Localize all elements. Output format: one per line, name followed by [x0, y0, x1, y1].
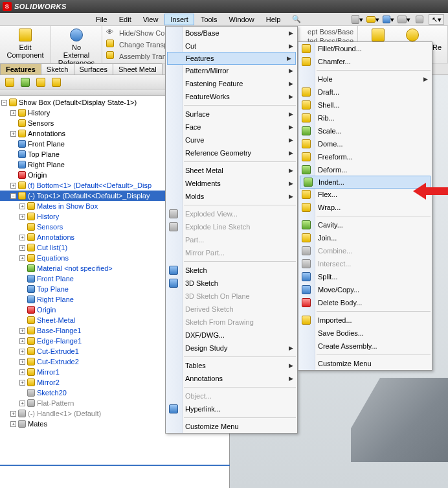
insert-menu-item[interactable]: Design Study▶ — [166, 342, 297, 354]
features-submenu-item[interactable]: Deform... — [298, 163, 432, 176]
features-submenu-item[interactable]: Customize Menu — [298, 357, 432, 370]
insert-menu-item[interactable]: FeatureWorks▶ — [166, 90, 297, 103]
expander-icon[interactable]: + — [19, 235, 25, 240]
expander-icon[interactable]: + — [10, 110, 16, 116]
tree-item-icon — [27, 316, 36, 325]
insert-menu-item[interactable]: Pattern/Mirror▶ — [166, 64, 297, 77]
features-submenu-item[interactable]: Flex... — [298, 188, 432, 201]
insert-menu-item[interactable]: Annotations▶ — [166, 372, 297, 385]
insert-menu-item[interactable]: Features▶ — [167, 52, 296, 65]
expander-icon[interactable]: + — [19, 380, 25, 386]
insert-menu-item[interactable]: Tables▶ — [166, 359, 297, 372]
tree-item-icon — [27, 347, 36, 356]
expander-icon[interactable]: + — [19, 401, 25, 406]
search-icon[interactable]: 🔍 — [287, 14, 306, 25]
features-submenu-item[interactable]: Hole▶ — [298, 73, 432, 86]
features-submenu-item[interactable]: Shell... — [298, 99, 432, 111]
features-submenu-item[interactable]: Draft... — [298, 86, 432, 99]
insert-menu-item[interactable]: Hyperlink... — [166, 402, 297, 415]
hide-show-button[interactable]: 👁Hide/Show Comp — [106, 27, 175, 39]
menu-view[interactable]: View — [138, 14, 164, 25]
expander-icon[interactable]: + — [19, 255, 25, 261]
tab-sketch[interactable]: Sketch — [41, 64, 74, 75]
new-doc-icon[interactable]: ▾ — [351, 14, 364, 25]
insert-menu-item[interactable]: Molds▶ — [166, 190, 297, 203]
change-transparency-button[interactable]: Change Transpar — [106, 39, 174, 51]
no-ext-refs-button[interactable]: No External References — [55, 27, 98, 68]
expander-icon[interactable]: + — [19, 359, 25, 365]
features-submenu-item[interactable]: Dome... — [298, 137, 432, 150]
tree-tool-other-icon[interactable] — [49, 76, 63, 88]
expander-icon[interactable]: + — [19, 338, 25, 344]
insert-menu-item[interactable]: Surface▶ — [166, 108, 297, 121]
insert-menu-item[interactable]: Face▶ — [166, 121, 297, 134]
menu-help[interactable]: Help — [261, 14, 286, 25]
features-submenu-item[interactable]: Imported... — [298, 314, 432, 327]
tab-features[interactable]: Features — [0, 64, 41, 75]
insert-menu-item[interactable]: Curve▶ — [166, 134, 297, 146]
expander-icon[interactable]: − — [1, 100, 7, 106]
expander-icon[interactable]: + — [19, 245, 25, 251]
expander-icon[interactable]: + — [19, 214, 25, 220]
menu-item-label: Sketch From Drawing — [185, 318, 254, 326]
tree-tool-assembly-icon[interactable] — [3, 76, 17, 88]
menu-edit[interactable]: Edit — [114, 14, 137, 25]
features-submenu-item[interactable]: Fillet/Round... — [298, 42, 432, 55]
menu-tools[interactable]: Tools — [196, 14, 223, 25]
save-icon[interactable]: ▾ — [382, 14, 395, 25]
features-submenu-item[interactable]: Move/Copy... — [298, 283, 432, 296]
expander-icon[interactable]: + — [10, 411, 16, 417]
insert-menu-item[interactable]: Sheet Metal▶ — [166, 164, 297, 177]
features-submenu-item[interactable]: Rib... — [298, 111, 432, 124]
edit-component-button[interactable]: Edit Component — [4, 27, 47, 60]
swept-boss-button[interactable]: ept Boss/Base — [308, 27, 353, 36]
insert-menu-item[interactable]: Cut▶ — [166, 40, 297, 52]
expander-icon[interactable]: − — [10, 193, 16, 199]
select-icon[interactable]: ↖▾ — [429, 14, 444, 25]
features-submenu-item[interactable]: Indent... — [300, 176, 431, 189]
expander-icon[interactable]: + — [10, 131, 16, 137]
features-submenu-item[interactable]: Chamfer... — [298, 55, 432, 68]
tab-surfaces[interactable]: Surfaces — [74, 64, 113, 75]
options-icon[interactable] — [413, 14, 426, 25]
open-icon[interactable]: ▾ — [366, 14, 379, 25]
insert-menu-item[interactable]: Sketch — [166, 264, 297, 277]
menu-item-icon — [301, 233, 311, 243]
features-submenu-item[interactable]: Join... — [298, 231, 432, 244]
insert-menu-item[interactable]: Weldments▶ — [166, 177, 297, 190]
features-submenu-item[interactable]: Cavity... — [298, 218, 432, 231]
tree-item-label: Sensors — [28, 119, 54, 127]
expander-icon[interactable]: + — [19, 349, 25, 354]
insert-menu-item[interactable]: 3D Sketch — [166, 277, 297, 290]
features-submenu-item[interactable]: Delete Body... — [298, 296, 432, 309]
features-submenu-item[interactable]: Split... — [298, 270, 432, 283]
insert-menu-item[interactable]: DXF/DWG... — [166, 329, 297, 342]
tree-tool-display-icon[interactable] — [34, 76, 48, 88]
features-submenu-item[interactable]: Save Bodies... — [298, 327, 432, 340]
menu-window[interactable]: Window — [224, 14, 260, 25]
tab-sheet-metal[interactable]: Sheet Metal — [113, 64, 162, 75]
insert-menu-item[interactable]: Customize Menu — [166, 420, 297, 433]
print-icon[interactable]: ▾ — [398, 14, 410, 25]
insert-menu-item[interactable]: Reference Geometry▶ — [166, 146, 297, 159]
menu-insert[interactable]: Insert — [164, 14, 194, 25]
tree-item-icon — [17, 119, 27, 128]
expander-icon[interactable]: + — [19, 203, 25, 209]
menu-item-icon — [301, 246, 311, 256]
features-submenu-item[interactable]: Freeform... — [298, 150, 432, 163]
tree-item-label: Right Plane — [37, 296, 74, 303]
expander-icon[interactable]: + — [10, 421, 16, 427]
re-button[interactable]: Re — [431, 27, 443, 52]
expander-icon[interactable]: + — [10, 183, 16, 189]
expander-icon[interactable]: + — [19, 369, 25, 375]
features-submenu-item[interactable]: Create Assembly... — [298, 340, 432, 353]
expander-icon[interactable]: + — [19, 328, 25, 334]
menu-file[interactable]: File — [91, 14, 113, 25]
features-submenu-item[interactable]: Wrap... — [298, 201, 432, 214]
tree-tool-config-icon[interactable] — [18, 76, 32, 88]
features-submenu-item[interactable]: Scale... — [298, 124, 432, 137]
expander-icon — [19, 307, 25, 313]
insert-menu-item[interactable]: Fastening Feature▶ — [166, 77, 297, 90]
insert-menu-item[interactable]: Boss/Base▶ — [166, 27, 297, 40]
rollback-bar[interactable] — [0, 465, 230, 466]
